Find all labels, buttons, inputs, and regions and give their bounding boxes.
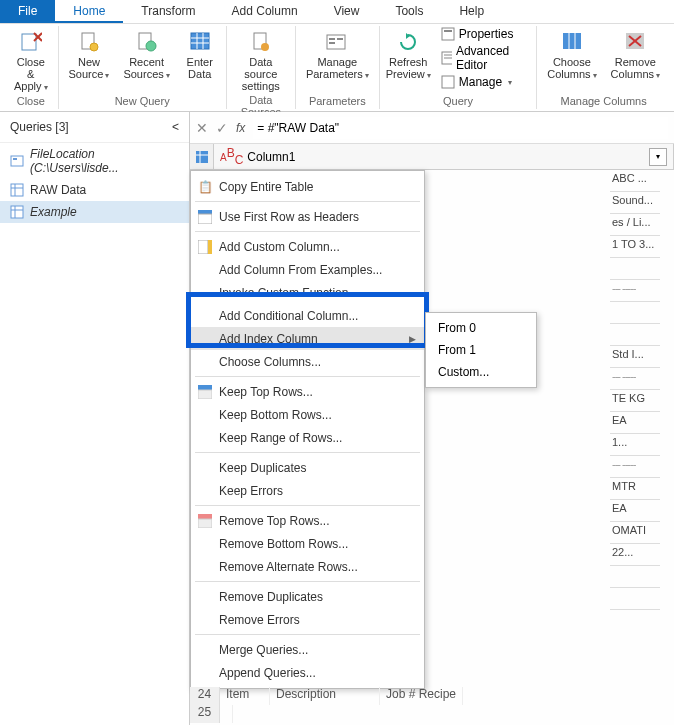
menu-first-row-headers[interactable]: Use First Row as Headers [191, 205, 424, 228]
menu-keep-duplicates[interactable]: Keep Duplicates [191, 456, 424, 479]
commit-formula-icon[interactable]: ✓ [216, 120, 228, 136]
parameter-icon [10, 154, 24, 168]
refresh-icon [396, 30, 420, 54]
menu-merge-queries[interactable]: Merge Queries... [191, 638, 424, 661]
choose-columns-button[interactable]: Choose Columns [543, 26, 600, 83]
menu-copy-table[interactable]: 📋Copy Entire Table [191, 175, 424, 198]
properties-button[interactable]: Properties [437, 26, 530, 42]
new-source-button[interactable]: New Source [65, 26, 114, 83]
column-header-row: ABC Column1 ▾ [190, 144, 674, 170]
grid-bottom-rows: 24ItemDescriptionJob # Recipe 25 [190, 687, 674, 723]
advanced-editor-icon [441, 51, 452, 65]
submenu-custom[interactable]: Custom... [426, 361, 536, 383]
choose-columns-icon [560, 30, 584, 54]
parameters-icon [325, 30, 349, 54]
formula-input[interactable] [253, 117, 668, 139]
remove-columns-icon [623, 30, 647, 54]
svg-rect-24 [442, 76, 454, 88]
menu-add-index-column[interactable]: Add Index Column▶ [191, 327, 424, 350]
menu-append-queries[interactable]: Append Queries... [191, 661, 424, 684]
menu-keep-range-rows[interactable]: Keep Range of Rows... [191, 426, 424, 449]
table-row[interactable]: 24ItemDescriptionJob # Recipe [190, 687, 674, 705]
headers-icon [197, 209, 213, 225]
properties-icon [441, 27, 455, 41]
svg-rect-31 [11, 156, 23, 166]
svg-marker-18 [406, 33, 410, 39]
remove-columns-button[interactable]: Remove Columns [607, 26, 664, 83]
menu-add-column-examples[interactable]: Add Column From Examples... [191, 258, 424, 281]
svg-rect-16 [329, 42, 335, 44]
svg-rect-48 [198, 514, 212, 519]
svg-rect-46 [198, 385, 212, 390]
data-source-settings-button[interactable]: Data source settings [233, 26, 289, 94]
cancel-formula-icon[interactable]: ✕ [196, 120, 208, 136]
query-item-rawdata[interactable]: RAW Data [0, 179, 189, 201]
menu-keep-bottom-rows[interactable]: Keep Bottom Rows... [191, 403, 424, 426]
remove-top-icon [197, 513, 213, 529]
menu-remove-top-rows[interactable]: Remove Top Rows... [191, 509, 424, 532]
svg-rect-43 [198, 214, 212, 224]
advanced-editor-button[interactable]: Advanced Editor [437, 43, 530, 73]
group-manage-columns: Manage Columns [543, 95, 664, 109]
tab-help[interactable]: Help [441, 0, 502, 23]
submenu-from-0[interactable]: From 0 [426, 317, 536, 339]
type-icon: ABC [220, 146, 243, 167]
svg-rect-25 [563, 33, 581, 49]
copy-icon: 📋 [197, 179, 213, 195]
refresh-preview-button[interactable]: Refresh Preview [386, 26, 431, 83]
group-close: Close [10, 95, 52, 109]
svg-rect-20 [444, 30, 452, 32]
menu-remove-duplicates[interactable]: Remove Duplicates [191, 585, 424, 608]
query-item-example[interactable]: Example [0, 201, 189, 223]
tab-tools[interactable]: Tools [377, 0, 441, 23]
fx-icon[interactable]: fx [236, 121, 245, 135]
peek-column: ABC ... Sound... es / Li... 1 TO 3... --… [610, 170, 660, 610]
menu-invoke-custom-function[interactable]: Invoke Custom Function... [191, 281, 424, 304]
index-submenu: From 0 From 1 Custom... [425, 312, 537, 388]
column-filter-button[interactable]: ▾ [649, 148, 667, 166]
queries-header[interactable]: Queries [3]< [0, 112, 189, 143]
menu-remove-errors[interactable]: Remove Errors [191, 608, 424, 631]
tab-file[interactable]: File [0, 0, 55, 23]
svg-rect-15 [329, 38, 335, 40]
svg-point-6 [146, 41, 156, 51]
svg-rect-17 [337, 38, 343, 40]
submenu-arrow-icon: ▶ [409, 334, 416, 344]
formula-bar: ✕ ✓ fx [190, 112, 674, 144]
recent-sources-icon [135, 30, 159, 54]
close-apply-button[interactable]: Close & Apply [10, 26, 52, 95]
svg-rect-33 [11, 184, 23, 196]
menu-keep-errors[interactable]: Keep Errors [191, 479, 424, 502]
table-menu-button[interactable] [190, 144, 214, 169]
svg-rect-36 [11, 206, 23, 218]
table-row[interactable]: 25 [190, 705, 674, 723]
svg-rect-0 [22, 34, 36, 50]
svg-rect-39 [196, 151, 208, 163]
svg-rect-19 [442, 28, 454, 40]
svg-rect-44 [198, 240, 208, 254]
enter-data-button[interactable]: Enter Data [180, 26, 220, 82]
collapse-icon[interactable]: < [172, 120, 179, 134]
menu-remove-alternate-rows[interactable]: Remove Alternate Rows... [191, 555, 424, 578]
column-header[interactable]: ABC Column1 ▾ [214, 144, 674, 169]
menu-bar: File Home Transform Add Column View Tool… [0, 0, 674, 24]
manage-button[interactable]: Manage [437, 74, 530, 90]
manage-parameters-button[interactable]: Manage Parameters [302, 26, 373, 83]
tab-add-column[interactable]: Add Column [214, 0, 316, 23]
menu-choose-columns[interactable]: Choose Columns... [191, 350, 424, 373]
menu-keep-top-rows[interactable]: Keep Top Rows... [191, 380, 424, 403]
recent-sources-button[interactable]: Recent Sources [119, 26, 173, 83]
menu-add-conditional-column[interactable]: Add Conditional Column... [191, 304, 424, 327]
editor-area: ✕ ✓ fx ABC Column1 ▾ ABC ... Sound... es… [190, 112, 674, 725]
custom-column-icon [197, 239, 213, 255]
menu-remove-bottom-rows[interactable]: Remove Bottom Rows... [191, 532, 424, 555]
svg-rect-32 [13, 158, 17, 160]
svg-point-13 [261, 43, 269, 51]
menu-add-custom-column[interactable]: Add Custom Column... [191, 235, 424, 258]
submenu-from-1[interactable]: From 1 [426, 339, 536, 361]
tab-transform[interactable]: Transform [123, 0, 213, 23]
tab-view[interactable]: View [316, 0, 378, 23]
data-source-icon [249, 30, 273, 54]
tab-home[interactable]: Home [55, 0, 123, 23]
query-item-filelocation[interactable]: FileLocation (C:\Users\lisde... [0, 143, 189, 179]
